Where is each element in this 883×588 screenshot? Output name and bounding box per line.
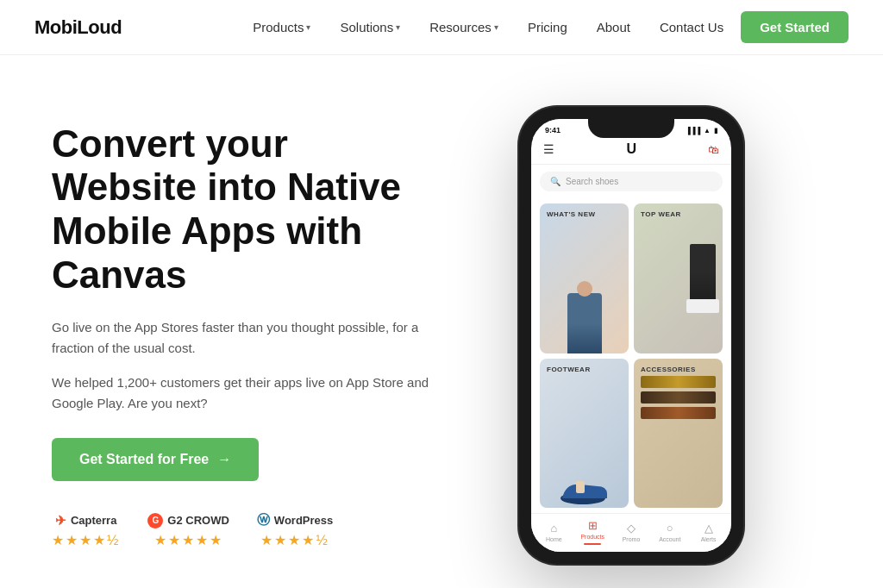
svg-rect-1: [576, 481, 585, 493]
chevron-down-icon: ▾: [396, 22, 400, 32]
phone-time: 9:41: [545, 126, 560, 134]
tile-footwear-figure: [540, 359, 629, 509]
tab-products: ⊞ Products: [577, 519, 608, 545]
promo-icon: ◇: [627, 522, 636, 535]
tab-account: ○ Account: [654, 522, 686, 542]
belt-1: [641, 376, 716, 388]
search-placeholder: Search shoes: [566, 177, 618, 186]
nav-about[interactable]: About: [585, 15, 642, 40]
logo: MobiLoud: [34, 16, 122, 39]
tab-promo: ◇ Promo: [616, 522, 647, 542]
tile-whatsnew-label: WHAT'S NEW: [547, 210, 596, 218]
tile-whatsnew-figure: [540, 203, 629, 353]
nav-links: Products ▾ Solutions ▾ Resources ▾ Prici…: [241, 11, 849, 43]
capterra-stars: ★★★★½: [52, 532, 120, 548]
hero-left: Convert your Website into Native Mobile …: [52, 122, 431, 548]
tile-topwear-label: TOP WEAR: [641, 210, 681, 218]
wordpress-stars: ★★★★½: [260, 532, 329, 548]
chevron-down-icon: ▾: [494, 22, 498, 32]
search-icon: 🔍: [550, 177, 560, 186]
g2-stars: ★★★★★: [154, 532, 223, 548]
hero-desc-1: Go live on the App Stores faster than yo…: [52, 317, 431, 359]
alerts-icon: △: [705, 522, 713, 535]
tab-alerts: △ Alerts: [693, 522, 724, 542]
shoe-svg: [559, 474, 611, 504]
person-figure: [567, 293, 602, 353]
home-icon: ⌂: [550, 522, 557, 535]
brand-name: MobiLoud: [34, 16, 122, 38]
capterra-icon: ✈: [55, 513, 66, 529]
g2-badge: G G2 CROWD ★★★★★: [147, 513, 229, 548]
phone-notch: [588, 119, 674, 138]
cart-icon: 🛍: [708, 143, 719, 156]
wordpress-badge: ⓦ WordPress ★★★★½: [257, 512, 333, 548]
hero-desc-2: We helped 1,200+ customers get their app…: [52, 372, 431, 414]
active-indicator: [584, 543, 601, 545]
phone-topbar: ☰ U 🛍: [531, 138, 731, 165]
tile-whatsnew: WHAT'S NEW: [540, 203, 629, 353]
products-icon: ⊞: [588, 519, 598, 532]
account-icon: ○: [667, 522, 673, 535]
tile-accessories-label: ACCESSORIES: [641, 366, 696, 373]
phone-status-icons: ▐▐▐ ▲ ▮: [686, 127, 717, 134]
belt-2: [641, 391, 716, 403]
signal-icon: ▐▐▐: [686, 127, 700, 134]
hero-cta-button[interactable]: Get Started for Free →: [52, 438, 259, 481]
phone-screen: 9:41 ▐▐▐ ▲ ▮ ☰ U 🛍 🔍 Search shoes: [531, 119, 731, 552]
hero-section: Convert your Website into Native Mobile …: [0, 55, 883, 588]
chevron-down-icon: ▾: [306, 22, 310, 32]
hero-right: 9:41 ▐▐▐ ▲ ▮ ☰ U 🛍 🔍 Search shoes: [431, 107, 831, 564]
tile-topwear: TOP WEAR: [634, 203, 723, 353]
tab-home: ⌂ Home: [538, 522, 569, 542]
nav-pricing[interactable]: Pricing: [516, 15, 579, 40]
navbar: MobiLoud Products ▾ Solutions ▾ Resource…: [0, 0, 883, 55]
phone-bottom-tabbar: ⌂ Home ⊞ Products ◇ Promo ○ Account: [531, 513, 731, 552]
nav-contact[interactable]: Contact Us: [648, 15, 736, 40]
hero-title: Convert your Website into Native Mobile …: [52, 122, 431, 297]
belt-3: [641, 407, 716, 419]
g2-icon: G: [147, 513, 163, 529]
tile-footwear: FOOTWEAR: [540, 359, 629, 509]
nav-products[interactable]: Products ▾: [241, 15, 323, 40]
phone-product-grid: WHAT'S NEW TOP WEAR: [531, 198, 731, 513]
phone-mockup: 9:41 ▐▐▐ ▲ ▮ ☰ U 🛍 🔍 Search shoes: [519, 107, 743, 564]
tile-accessories: ACCESSORIES: [634, 359, 723, 509]
nav-get-started-button[interactable]: Get Started: [741, 11, 849, 43]
wordpress-icon: ⓦ: [257, 512, 270, 529]
battery-icon: ▮: [714, 127, 717, 134]
nav-resources[interactable]: Resources ▾: [417, 15, 510, 40]
hamburger-icon: ☰: [543, 142, 554, 156]
tile-topwear-figure: [634, 203, 723, 353]
social-proof-badges: ✈ Capterra ★★★★½ G G2 CROWD ★★★★★ ⓦ Word…: [52, 512, 431, 548]
tile-footwear-label: FOOTWEAR: [547, 366, 591, 373]
phone-app-brand: U: [626, 141, 636, 157]
phone-search: 🔍 Search shoes: [540, 172, 723, 191]
capterra-badge: ✈ Capterra ★★★★½: [52, 513, 120, 548]
nav-solutions[interactable]: Solutions ▾: [328, 15, 412, 40]
wifi-icon: ▲: [704, 127, 711, 134]
